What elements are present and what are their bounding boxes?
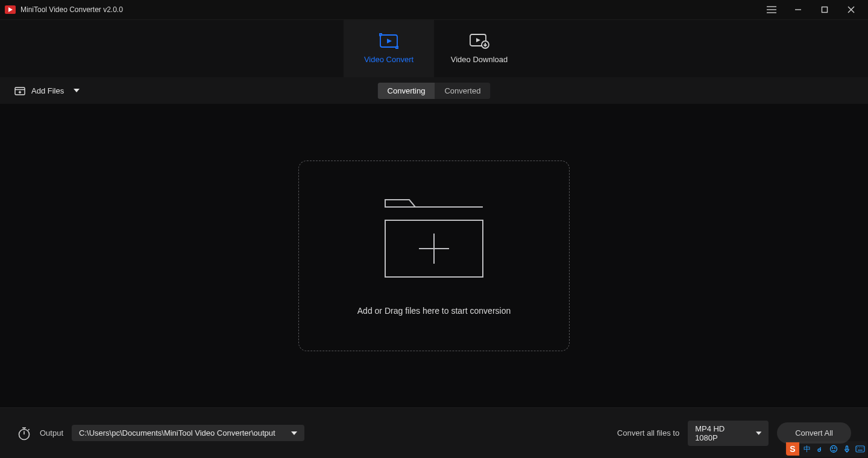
tab-video-convert[interactable]: Video Convert: [344, 20, 434, 77]
hamburger-menu-icon[interactable]: [758, 0, 785, 19]
workspace: Add or Drag files here to start conversi…: [0, 104, 868, 407]
titlebar-left: MiniTool Video Converter v2.0.0: [5, 5, 123, 14]
ime-keyboard-icon[interactable]: [855, 444, 866, 454]
video-download-icon: [469, 33, 489, 49]
convert-all-label: Convert all files to: [617, 428, 679, 437]
dropzone[interactable]: Add or Drag files here to start conversi…: [298, 161, 570, 351]
svg-marker-18: [74, 89, 80, 92]
output-path-dropdown[interactable]: C:\Users\pc\Documents\MiniTool Video Con…: [72, 425, 304, 441]
dropzone-hint: Add or Drag files here to start conversi…: [357, 306, 511, 316]
ime-voice-icon[interactable]: [841, 444, 852, 454]
svg-marker-28: [291, 431, 297, 435]
close-button[interactable]: [838, 0, 864, 19]
segment-converting[interactable]: Converting: [378, 83, 435, 99]
ime-emoji-icon[interactable]: [828, 444, 839, 454]
svg-point-31: [831, 446, 837, 453]
convert-all-button[interactable]: Convert All: [777, 422, 851, 444]
toolbar: Add Files Converting Converted: [0, 77, 868, 104]
minimize-button[interactable]: [785, 0, 811, 19]
add-files-button[interactable]: Add Files: [14, 86, 80, 95]
chevron-down-icon: [291, 431, 297, 435]
maximize-button[interactable]: [811, 0, 838, 19]
svg-marker-29: [756, 431, 761, 435]
app-title: MiniTool Video Converter v2.0.0: [20, 5, 123, 14]
tab-video-convert-label: Video Convert: [364, 55, 414, 64]
output-path-value: C:\Users\pc\Documents\MiniTool Video Con…: [79, 428, 275, 437]
folder-add-icon: [382, 196, 486, 281]
svg-point-32: [832, 448, 832, 448]
mode-bar: Video Convert Video Download: [0, 19, 868, 77]
ime-punctuation-icon[interactable]: [815, 444, 826, 454]
add-files-icon: [14, 86, 25, 95]
output-label: Output: [40, 428, 63, 437]
svg-point-33: [834, 448, 835, 448]
svg-marker-0: [8, 7, 13, 12]
app-logo-icon: [5, 5, 16, 14]
chevron-down-icon: [74, 89, 80, 92]
chevron-down-icon: [756, 431, 761, 435]
output-format-dropdown[interactable]: MP4 HD 1080P: [688, 421, 769, 446]
svg-marker-11: [476, 38, 480, 42]
ime-language-icon[interactable]: 中: [802, 444, 813, 454]
svg-line-27: [28, 429, 30, 430]
titlebar: MiniTool Video Converter v2.0.0: [0, 0, 868, 19]
svg-marker-9: [387, 39, 392, 43]
tab-video-download-label: Video Download: [451, 55, 508, 64]
add-files-label: Add Files: [31, 86, 64, 95]
video-convert-icon: [379, 33, 399, 49]
window-controls: [758, 0, 864, 19]
ime-tray: S 中: [785, 441, 867, 457]
stopwatch-icon: [17, 426, 31, 441]
svg-rect-34: [846, 446, 848, 450]
tab-video-download[interactable]: Video Download: [434, 20, 524, 77]
status-segmented-control: Converting Converted: [378, 83, 491, 99]
footer-bar: Output C:\Users\pc\Documents\MiniTool Vi…: [0, 407, 868, 458]
svg-rect-36: [856, 446, 864, 452]
ime-badge-icon[interactable]: S: [786, 442, 799, 456]
svg-rect-5: [822, 7, 828, 13]
segment-converted[interactable]: Converted: [435, 83, 490, 99]
output-format-value: MP4 HD 1080P: [695, 424, 746, 442]
